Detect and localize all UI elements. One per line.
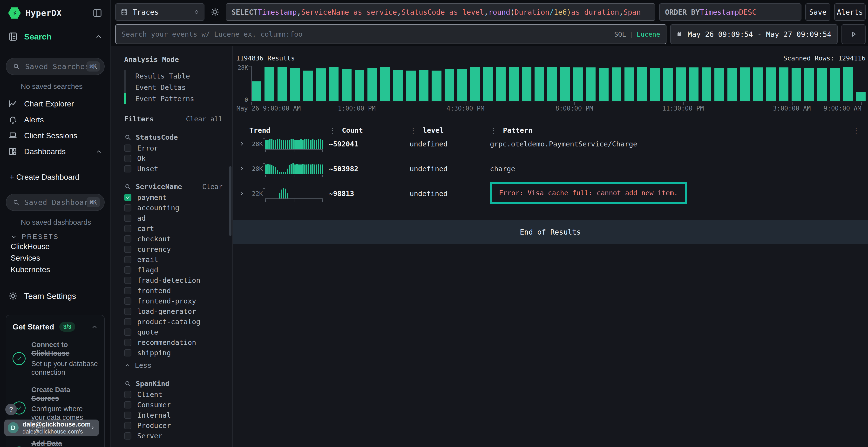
checkbox-icon[interactable] [124, 287, 131, 294]
checkbox-icon[interactable] [124, 339, 131, 346]
histogram-bar[interactable] [252, 81, 261, 101]
clear-all-link[interactable]: Clear all [186, 115, 222, 123]
filter-clear-link[interactable]: Clear [202, 183, 222, 191]
source-settings-button[interactable] [208, 3, 222, 21]
row-expander[interactable] [236, 187, 249, 198]
checkbox-icon[interactable] [124, 215, 131, 222]
run-query-button[interactable] [841, 24, 866, 44]
order-by-editor[interactable]: ORDER BY Timestamp DESC [659, 3, 802, 21]
filter-option[interactable]: frontend-proxy [124, 298, 222, 305]
filter-option[interactable]: cart [124, 225, 222, 232]
filter-option[interactable]: quote [124, 329, 222, 336]
histogram-bar[interactable] [316, 68, 326, 101]
column-header-pattern[interactable]: ⋮Pattern [490, 126, 866, 135]
checkbox-checked-icon[interactable] [124, 194, 131, 201]
filter-option[interactable]: email [124, 256, 222, 263]
column-separator-icon[interactable]: ⋮ [329, 126, 336, 135]
checkbox-icon[interactable] [124, 391, 131, 398]
saved-dashboards-input[interactable]: Saved Dashboards ⌘K [6, 194, 105, 211]
filter-option[interactable]: payment [124, 194, 222, 201]
sidebar-item-alerts[interactable]: Alerts [0, 112, 111, 128]
checkbox-icon[interactable] [124, 412, 131, 419]
histogram-bar[interactable] [856, 92, 866, 101]
filter-option[interactable]: Server [124, 432, 222, 440]
filter-option[interactable]: load-generator [124, 308, 222, 315]
checkbox-icon[interactable] [124, 144, 131, 152]
histogram-bar[interactable] [689, 67, 699, 101]
histogram-bar[interactable] [843, 67, 852, 101]
checkbox-icon[interactable] [124, 318, 131, 325]
checkbox-icon[interactable] [124, 308, 131, 315]
histogram-bar[interactable] [676, 67, 685, 101]
histogram-bar[interactable] [766, 67, 776, 101]
histogram-bar[interactable] [612, 67, 621, 101]
checkbox-icon[interactable] [124, 155, 131, 162]
histogram-bar[interactable] [727, 68, 737, 101]
column-header-trend[interactable]: Trend [249, 126, 329, 134]
get-started-item[interactable]: Connect to ClickHouseSet up your databas… [12, 340, 98, 377]
checkbox-icon[interactable] [124, 165, 131, 172]
sidebar-item-team-settings[interactable]: Team Settings [0, 289, 111, 303]
histogram-bar[interactable] [355, 70, 364, 101]
histogram-bar[interactable] [624, 67, 634, 101]
alerts-button[interactable]: Alerts [834, 3, 866, 21]
histogram-bar[interactable] [393, 70, 403, 101]
sidebar-item-client-sessions[interactable]: Client Sessions [0, 128, 111, 143]
histogram-bar[interactable] [650, 68, 660, 101]
histogram-bar[interactable] [265, 67, 274, 101]
create-dashboard-button[interactable]: + Create Dashboard [0, 169, 111, 185]
checkbox-icon[interactable] [124, 298, 131, 305]
histogram-bar[interactable] [753, 67, 763, 101]
filter-option[interactable]: ad [124, 215, 222, 222]
histogram-bar[interactable] [419, 70, 429, 101]
histogram-bar[interactable] [380, 67, 390, 101]
mode-results-table[interactable]: Results Table [124, 70, 222, 82]
histogram-bar[interactable] [573, 67, 583, 101]
filter-option[interactable]: frontend [124, 287, 222, 294]
preset-clickhouse[interactable]: ClickHouse [0, 241, 111, 252]
preset-services[interactable]: Services [0, 252, 111, 264]
table-options-icon[interactable]: ⋮ [852, 126, 860, 135]
source-select[interactable]: Traces [115, 3, 205, 21]
histogram-bar[interactable] [586, 67, 595, 101]
histogram-bar[interactable] [406, 71, 416, 101]
get-started-item[interactable]: Add DataStart sending logs, metrics, or … [12, 439, 98, 447]
histogram-bar[interactable] [830, 68, 840, 101]
histogram-bar[interactable] [702, 67, 711, 101]
histogram-bar[interactable] [303, 71, 313, 101]
filter-option[interactable]: product-catalog [124, 318, 222, 325]
checkbox-icon[interactable] [124, 266, 131, 274]
filter-option[interactable]: Producer [124, 422, 222, 429]
checkbox-icon[interactable] [124, 422, 131, 429]
profile-chip[interactable]: D dale@clickhouse.com dale@clickhouse.co… [4, 419, 99, 436]
show-less-toggle[interactable]: Less [124, 361, 222, 370]
histogram-bar[interactable] [522, 67, 531, 101]
histogram-bar[interactable] [663, 68, 673, 101]
filter-option[interactable]: flagd [124, 266, 222, 274]
table-row[interactable]: 28K~592041undefinedgrpc.oteldemo.Payment… [236, 137, 866, 162]
histogram-bar[interactable] [342, 69, 351, 101]
checkbox-icon[interactable] [124, 349, 131, 356]
row-expander[interactable] [236, 162, 249, 173]
column-header-count[interactable]: ⋮Count [329, 126, 410, 135]
filter-option[interactable]: shipping [124, 349, 222, 356]
checkbox-icon[interactable] [124, 204, 131, 211]
checkbox-icon[interactable] [124, 225, 131, 232]
histogram-bar[interactable] [599, 68, 608, 101]
histogram-bar[interactable] [817, 68, 827, 101]
filter-option[interactable]: Unset [124, 165, 222, 172]
filter-option[interactable]: fraud-detection [124, 277, 222, 284]
filter-option[interactable]: checkout [124, 235, 222, 243]
mode-event-deltas[interactable]: Event Deltas [124, 82, 222, 93]
histogram-bar[interactable] [560, 67, 570, 101]
histogram-bar[interactable] [547, 67, 557, 101]
checkbox-icon[interactable] [124, 432, 131, 440]
table-row[interactable]: 22K~98813undefinedError: Visa cache full… [236, 187, 866, 211]
filter-option[interactable]: recommendation [124, 339, 222, 346]
checkbox-icon[interactable] [124, 401, 131, 409]
lucene-toggle[interactable]: Lucene [637, 31, 660, 38]
preset-kubernetes[interactable]: Kubernetes [0, 264, 111, 275]
filter-option[interactable]: Client [124, 391, 222, 398]
histogram-bar[interactable] [740, 67, 750, 101]
histogram-bar[interactable] [637, 67, 647, 101]
